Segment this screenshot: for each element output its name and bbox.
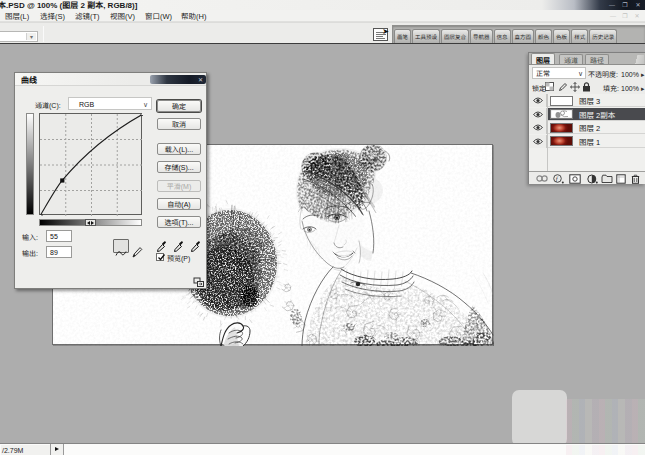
new-group-icon[interactable] bbox=[601, 174, 613, 184]
status-bar: /2.79M bbox=[0, 443, 645, 455]
blend-mode-select[interactable]: 正常 ∨ bbox=[532, 67, 586, 79]
cancel-button[interactable]: 取消 bbox=[157, 118, 201, 130]
tab-layers[interactable]: 图层 bbox=[531, 53, 555, 65]
menu-bar: 图层(L) 选择(S) 滤镜(T) 视图(V) 窗口(W) 帮助(H) — ❐ … bbox=[0, 10, 645, 22]
layers-list: 图层 3 图层 2副本 图层 2 图层 1 bbox=[529, 94, 645, 171]
opacity-slider-arrow-icon[interactable]: ▸ bbox=[641, 69, 645, 79]
chevron-down-icon: ∨ bbox=[578, 69, 583, 78]
gradient-flip-control[interactable] bbox=[85, 219, 96, 226]
delete-layer-icon[interactable] bbox=[631, 174, 640, 184]
well-tab-brushes[interactable]: 画笔 bbox=[394, 29, 411, 44]
auto-button[interactable]: 自动(A) bbox=[157, 198, 201, 210]
layer-thumbnail-sketch[interactable] bbox=[550, 109, 573, 119]
window-controls: — ❐ ✕ bbox=[608, 1, 642, 9]
visibility-cell[interactable] bbox=[529, 94, 547, 107]
layer-row-2[interactable]: 图层 2 bbox=[529, 121, 645, 134]
ok-button[interactable]: 确定 bbox=[157, 100, 201, 112]
curves-dialog-title: 曲线 bbox=[21, 74, 37, 85]
well-tab-styles[interactable]: 样式 bbox=[571, 29, 588, 44]
curve-endpoint-shadow[interactable] bbox=[40, 215, 42, 217]
curve-tool-button[interactable] bbox=[113, 239, 129, 253]
save-button[interactable]: 存储(S)... bbox=[157, 161, 201, 173]
layer-style-icon[interactable]: f bbox=[553, 174, 564, 184]
lock-transparency-icon[interactable] bbox=[545, 82, 555, 92]
output-value-field[interactable]: 89 bbox=[46, 246, 72, 258]
status-menu-arrow[interactable] bbox=[51, 444, 64, 455]
layer-row-1[interactable]: 图层 1 bbox=[529, 135, 645, 148]
output-value: 89 bbox=[50, 247, 58, 257]
layer-thumbnail-red[interactable] bbox=[550, 136, 573, 146]
chevron-down-icon: ∨ bbox=[143, 100, 148, 109]
pencil-tool-button[interactable] bbox=[131, 240, 143, 253]
layer-row-2-copy[interactable]: 图层 2副本 bbox=[529, 108, 645, 121]
opacity-value[interactable]: 100% bbox=[621, 69, 639, 79]
black-point-eyedropper-icon[interactable] bbox=[156, 234, 167, 247]
menu-window[interactable]: 窗口(W) bbox=[142, 10, 175, 22]
well-tab-tool-presets[interactable]: 工具预设 bbox=[412, 29, 440, 44]
curves-dialog-titlebar[interactable]: 曲线 ✕ bbox=[15, 73, 206, 86]
input-label: 输入: bbox=[22, 232, 38, 242]
tab-strip-slant bbox=[630, 55, 644, 65]
workspace-color-artifact bbox=[566, 399, 645, 443]
arrow-right-icon bbox=[91, 221, 94, 225]
menu-select[interactable]: 选择(S) bbox=[37, 10, 68, 22]
adjustment-layer-icon[interactable] bbox=[587, 174, 598, 184]
layer-thumbnail-white[interactable] bbox=[550, 96, 573, 106]
well-tab-info[interactable]: 信息 bbox=[494, 29, 511, 44]
well-tab-navigator[interactable]: 导航器 bbox=[470, 29, 493, 44]
tone-curve[interactable] bbox=[40, 114, 143, 216]
minimize-icon[interactable]: — bbox=[608, 1, 616, 9]
visibility-cell[interactable] bbox=[529, 108, 547, 121]
well-tab-color[interactable]: 颜色 bbox=[535, 29, 552, 44]
channel-select[interactable]: RGB ∨ bbox=[68, 97, 152, 110]
options-button[interactable]: 选项(T)... bbox=[157, 216, 201, 228]
curve-plot bbox=[40, 114, 143, 216]
layer-thumbnail-red[interactable] bbox=[550, 123, 573, 133]
layer-name: 图层 2副本 bbox=[579, 108, 615, 121]
eye-icon bbox=[533, 111, 543, 118]
lock-all-icon[interactable] bbox=[582, 82, 592, 92]
menu-view[interactable]: 视图(V) bbox=[107, 10, 138, 22]
menu-help[interactable]: 帮助(H) bbox=[178, 10, 209, 22]
fill-slider-arrow-icon[interactable]: ▸ bbox=[641, 83, 645, 93]
dialog-resize-icon[interactable] bbox=[193, 269, 205, 280]
curve-endpoint-highlight[interactable] bbox=[141, 114, 143, 116]
doc-minimize-icon[interactable]: — bbox=[609, 12, 617, 20]
doc-close-icon[interactable]: ✕ bbox=[633, 12, 641, 20]
doc-restore-icon[interactable]: ❐ bbox=[621, 12, 629, 20]
menu-layer[interactable]: 图层(L) bbox=[2, 10, 32, 22]
visibility-cell[interactable] bbox=[529, 121, 547, 134]
maximize-icon[interactable]: ❐ bbox=[621, 1, 629, 9]
lock-paint-icon[interactable] bbox=[558, 82, 568, 92]
curve-point-selected[interactable] bbox=[60, 178, 64, 182]
well-tab-histogram[interactable]: 直方图 bbox=[512, 29, 535, 44]
layers-panel-footer: f bbox=[529, 171, 645, 184]
white-point-eyedropper-icon[interactable] bbox=[190, 234, 201, 247]
well-tab-swatches[interactable]: 色板 bbox=[553, 29, 570, 44]
window-title: 本.PSD @ 100% (图层 2 副本, RGB/8)] bbox=[0, 0, 137, 10]
tab-channels[interactable]: 通道 bbox=[559, 54, 583, 65]
menu-filter[interactable]: 滤镜(T) bbox=[72, 10, 103, 22]
channel-value: RGB bbox=[79, 99, 94, 109]
tool-options-dropdown[interactable]: ▾ bbox=[0, 31, 38, 42]
gray-point-eyedropper-icon[interactable] bbox=[173, 234, 184, 247]
visibility-cell[interactable] bbox=[529, 135, 547, 148]
tab-paths[interactable]: 路径 bbox=[585, 54, 609, 65]
fill-value[interactable]: 100% bbox=[621, 83, 639, 93]
file-browser-button[interactable]: ➤ bbox=[373, 28, 388, 41]
preview-checkbox[interactable] bbox=[156, 253, 164, 261]
load-button[interactable]: 载入(L)... bbox=[157, 143, 201, 155]
smooth-button: 平滑(M) bbox=[157, 180, 201, 192]
curve-grid[interactable] bbox=[39, 113, 142, 215]
lock-position-icon[interactable] bbox=[570, 82, 580, 92]
close-icon[interactable]: ✕ bbox=[634, 1, 642, 9]
dialog-close-icon[interactable]: ✕ bbox=[198, 76, 203, 83]
well-tab-history[interactable]: 历史记录 bbox=[589, 29, 617, 44]
layer-row-3[interactable]: 图层 3 bbox=[529, 94, 645, 107]
add-mask-icon[interactable] bbox=[569, 174, 581, 184]
well-tab-layer-comps[interactable]: 图层复合 bbox=[441, 29, 469, 44]
cursor-arrow-icon: ➤ bbox=[382, 27, 389, 35]
new-layer-icon[interactable] bbox=[616, 174, 626, 184]
input-value-field[interactable]: 55 bbox=[46, 230, 72, 242]
link-layers-icon[interactable] bbox=[536, 174, 548, 183]
